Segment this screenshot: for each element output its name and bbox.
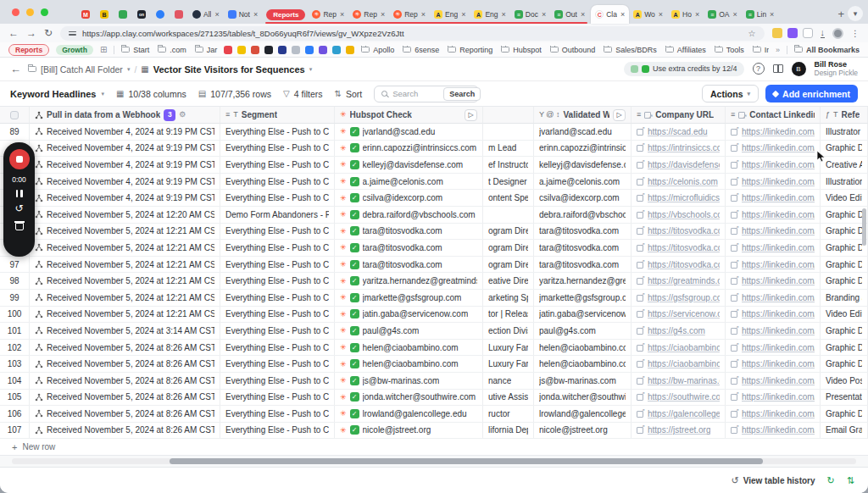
request-type-cell[interactable]: Email Graph...	[821, 423, 868, 439]
browser-tab[interactable]: Wo ×	[629, 5, 667, 24]
delete-recording-icon[interactable]	[15, 221, 24, 230]
validated-email-cell[interactable]: a.jaime@celonis.com	[534, 174, 632, 190]
request-type-cell[interactable]: Video Editin...	[821, 190, 868, 206]
row-number-cell[interactable]: 98	[0, 273, 30, 289]
bookmark-folder[interactable]: Sales/BDRs	[604, 46, 657, 54]
company-url-cell[interactable]: https://scad.edu	[632, 124, 726, 140]
segment-cell[interactable]: Everything Else - Push to Clay	[220, 390, 335, 406]
bookmark-favicon[interactable]	[278, 46, 287, 54]
apps-grid-icon[interactable]: ⊞	[100, 45, 107, 54]
search-box[interactable]: Search	[374, 86, 479, 102]
table-row[interactable]: 90 Received November 4, 2024 at 9:19 PM …	[0, 141, 868, 158]
bookmark-folder[interactable]: Apollo	[361, 46, 394, 54]
validated-email-cell[interactable]: nicole@jstreet.org	[534, 423, 632, 439]
row-number-cell[interactable]: 106	[0, 406, 30, 422]
contact-linkedin-cell[interactable]: https://linkedin.com/in/...	[726, 190, 821, 206]
contact-linkedin-cell[interactable]: https://linkedin.com/in/...	[726, 307, 821, 323]
select-all-cell[interactable]	[0, 107, 30, 124]
credits-badge[interactable]: Use extra credits by 12/4	[624, 62, 744, 76]
bookmarks-overflow-icon[interactable]: »	[776, 46, 780, 54]
company-url-cell[interactable]: https://gsfsgroup.com	[632, 290, 726, 306]
tab-search-button[interactable]: ▾	[848, 6, 863, 21]
hubspot-check-cell[interactable]: ✳✓js@bw-marinas.com	[335, 373, 483, 389]
request-type-cell[interactable]: Video Post-...	[821, 373, 868, 389]
table-row[interactable]: 91 Received November 4, 2024 at 9:19 PM …	[0, 157, 868, 174]
job-title-cell[interactable]: ogram Direct...	[483, 224, 534, 240]
browser-menu-icon[interactable]: ⋮	[851, 29, 860, 38]
contact-linkedin-cell[interactable]: https://linkedin.com/in/...	[726, 340, 821, 356]
tab-close-icon[interactable]: ×	[381, 10, 385, 19]
validated-email-cell[interactable]: js@bw-marinas.com	[534, 373, 632, 389]
bookmark-folder[interactable]: Reporting	[448, 46, 492, 54]
request-type-cell[interactable]: Presentation...	[821, 390, 868, 406]
segment-cell[interactable]: Everything Else - Push to Clay	[220, 174, 335, 190]
validated-email-cell[interactable]: tara@titosvodka.com	[534, 224, 632, 240]
bookmark-item[interactable]: .com	[158, 46, 186, 54]
job-title-cell[interactable]: eative Director	[483, 273, 534, 289]
table-row[interactable]: 102 Received November 5, 2024 at 8:26 AM…	[0, 340, 868, 357]
contact-linkedin-cell[interactable]: https://linkedin.com/in/...	[726, 373, 821, 389]
hubspot-check-cell[interactable]: ✳✓tara@titosvodka.com	[335, 257, 483, 273]
contact-linkedin-cell[interactable]: https://linkedin.com/in/...	[726, 390, 821, 406]
tab-close-icon[interactable]: ×	[620, 10, 625, 19]
contact-linkedin-cell[interactable]: https://linkedin.com/in/...	[726, 157, 821, 173]
site-settings-icon[interactable]	[69, 30, 76, 37]
company-url-cell[interactable]: https://microfluidics-m...	[632, 190, 726, 206]
bookmark-folder[interactable]: Hubspot	[501, 46, 542, 54]
request-type-cell[interactable]: Graphic Des...	[821, 356, 868, 372]
bookmark-folder[interactable]: Industry	[753, 46, 769, 54]
table-row[interactable]: 97 Received November 5, 2024 at 12:21 AM…	[0, 257, 868, 274]
row-number-cell[interactable]: 107	[0, 423, 30, 439]
segment-cell[interactable]: Everything Else - Push to Clay	[220, 406, 335, 422]
browser-tab[interactable]	[95, 5, 114, 24]
company-url-cell[interactable]: https://titosvodka.com	[632, 240, 726, 256]
table-title[interactable]: Vector Site Visitors for Sequences	[153, 64, 305, 75]
validated-email-cell[interactable]: tara@titosvodka.com	[534, 240, 632, 256]
browser-tab[interactable]: Cla ×	[591, 5, 629, 24]
row-number-cell[interactable]: 89	[0, 124, 30, 140]
hubspot-check-cell[interactable]: ✳✓lrowland@galencollege.edu	[335, 406, 483, 422]
segment-cell[interactable]: Everything Else - Push to Clay	[220, 224, 335, 240]
new-row-bar[interactable]: + New row	[0, 439, 868, 456]
all-bookmarks[interactable]: All Bookmarks	[794, 46, 860, 54]
table-row[interactable]: 107 Received November 5, 2024 at 8:26 AM…	[0, 423, 868, 440]
maximize-window-button[interactable]	[41, 8, 48, 16]
bookmark-item[interactable]: Jar	[195, 46, 218, 54]
row-number-cell[interactable]: 97	[0, 257, 30, 273]
validated-email-cell[interactable]: jmarkette@gsfsgroup.com	[534, 290, 632, 306]
hubspot-check-cell[interactable]: ✳✓a.jaime@celonis.com	[335, 174, 483, 190]
segment-cell[interactable]: Everything Else - Push to Clay	[220, 423, 335, 439]
company-url-cell[interactable]: https://ciaobambino.com	[632, 356, 726, 372]
request-type-cell[interactable]: Branding an...	[821, 290, 868, 306]
url-omnibox[interactable]: https://app.clay.com/workspaces/271235/t…	[60, 26, 764, 41]
validated-email-cell[interactable]: kelleyj@davisdefense.com	[534, 157, 632, 173]
validated-email-cell[interactable]: paul@g4s.com	[534, 323, 632, 339]
chevron-down-icon[interactable]: ▾	[127, 66, 131, 73]
browser-tab[interactable]	[170, 5, 188, 24]
company-url-cell[interactable]: https://celonis.com	[632, 174, 726, 190]
webhook-cell[interactable]: Received November 4, 2024 at 9:19 PM CST	[30, 124, 220, 140]
validated-email-cell[interactable]: jvarland@scad.edu	[534, 124, 632, 140]
table-row[interactable]: 94 Received November 5, 2024 at 12:20 AM…	[0, 207, 868, 224]
tab-group[interactable]: Reports Rep × Rep × Rep × Eng × Eng × Do…	[264, 5, 589, 24]
vertical-scrollbar[interactable]	[862, 208, 866, 246]
tab-group-label[interactable]: Reports	[266, 9, 305, 20]
segment-cell[interactable]: Everything Else - Push to Clay	[220, 257, 335, 273]
request-type-cell[interactable]: Graphic Des...	[821, 141, 868, 157]
validated-email-cell[interactable]: tara@titosvodka.com	[534, 257, 632, 273]
validated-email-cell[interactable]: csilva@idexcorp.com	[534, 190, 632, 206]
col-header-request[interactable]: ƒTRefe	[821, 107, 868, 124]
hubspot-check-cell[interactable]: ✳✓yaritza.hernandez@greatminds.org	[335, 273, 483, 289]
webhook-cell[interactable]: Received November 4, 2024 at 9:19 PM CST	[30, 190, 220, 206]
row-number-cell[interactable]: 101	[0, 323, 30, 339]
restart-recording-icon[interactable]: ↺	[14, 203, 23, 213]
contact-linkedin-cell[interactable]: https://linkedin.com/in/...	[726, 257, 821, 273]
validated-email-cell[interactable]: debra.raiford@vbschools....	[534, 207, 632, 223]
company-url-cell[interactable]: https://titosvodka.com	[632, 257, 726, 273]
webhook-cell[interactable]: Received November 5, 2024 at 12:21 AM CS…	[30, 307, 220, 323]
tab-close-icon[interactable]: ×	[770, 10, 774, 19]
browser-tab[interactable]: Not ×	[224, 5, 263, 24]
search-button[interactable]: Search	[443, 87, 481, 101]
request-type-cell[interactable]: Graphic Des...	[821, 323, 868, 339]
company-url-cell[interactable]: https://galencollege.edu	[632, 406, 726, 422]
